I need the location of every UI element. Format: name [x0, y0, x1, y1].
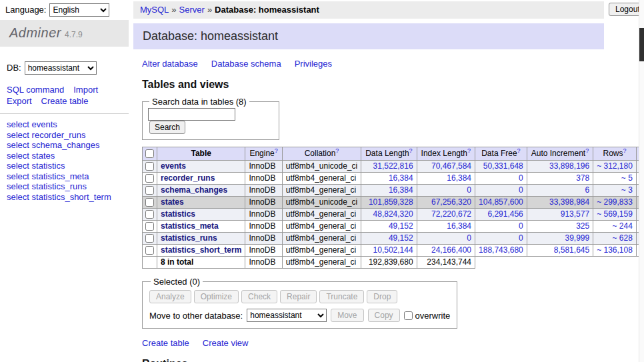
sidebar-export-link[interactable]: Export [7, 96, 32, 106]
rows-link[interactable]: ~ 5 [621, 173, 633, 183]
sidebar-import-link[interactable]: Import [73, 85, 98, 95]
data-free-link[interactable]: 104,857,600 [479, 197, 523, 207]
row-checkbox[interactable] [145, 210, 154, 219]
row-checkbox[interactable] [145, 174, 154, 183]
data-free-link[interactable]: 0 [519, 233, 523, 243]
auto-increment-link[interactable]: 6 [585, 185, 589, 195]
overwrite-checkbox[interactable] [404, 311, 413, 320]
auto-increment-link[interactable]: 39,999 [565, 233, 589, 243]
sidebar-select-statistics-meta-link[interactable]: select statistics_meta [7, 171, 129, 182]
data-free-link[interactable]: 50,331,648 [483, 161, 523, 171]
rows-link[interactable]: ~ 136,108 [597, 245, 633, 255]
index-length-link[interactable]: 16,384 [447, 221, 471, 231]
sidebar-select-events-link[interactable]: select events [7, 119, 129, 130]
create-view-link[interactable]: Create view [203, 338, 249, 348]
index-length-link[interactable]: 0 [467, 233, 471, 243]
sidebar-select-recorder-runs-link[interactable]: select recorder_runs [7, 130, 129, 141]
data-length-link[interactable]: 16,384 [389, 185, 413, 195]
analyze-button[interactable]: Analyze [149, 290, 191, 303]
auto-increment-link[interactable]: 8,581,645 [554, 245, 589, 255]
database-schema-link[interactable]: Database schema [211, 59, 281, 69]
sidebar-select-statistics-short-term-link[interactable]: select statistics_short_term [7, 192, 129, 203]
data-length-link[interactable]: 10,502,144 [373, 245, 413, 255]
index-length-link[interactable]: 24,166,400 [431, 245, 471, 255]
data-length-link[interactable]: 48,824,320 [373, 209, 413, 219]
data-length-link[interactable]: 16,384 [389, 173, 413, 183]
data-free-link[interactable]: 0 [519, 173, 523, 183]
doc-help-link[interactable]: ? [585, 147, 589, 154]
breadcrumb-mysql-link[interactable]: MySQL [140, 5, 169, 15]
select-all-checkbox[interactable] [145, 149, 154, 158]
doc-help-link[interactable]: ? [275, 147, 278, 154]
rows-link[interactable]: ~ 312,180 [597, 161, 633, 171]
sidebar-sql-command-link[interactable]: SQL command [7, 85, 64, 95]
move-db-select[interactable]: homeassistant [247, 309, 327, 322]
breadcrumb-server-link[interactable]: Server [179, 5, 205, 15]
table-link-schema_changes[interactable]: schema_changes [161, 185, 227, 195]
table-link-statistics_runs[interactable]: statistics_runs [161, 233, 217, 243]
index-length-link[interactable]: 16,384 [447, 173, 471, 183]
data-length-link[interactable]: 31,522,816 [373, 161, 413, 171]
rows-link[interactable]: ~ 3 [621, 185, 633, 195]
auto-increment-link[interactable]: 913,577 [561, 209, 589, 219]
drop-button[interactable]: Drop [367, 290, 397, 303]
optimize-button[interactable]: Optimize [194, 290, 239, 303]
table-link-statistics_meta[interactable]: statistics_meta [161, 221, 219, 231]
move-button[interactable]: Move [331, 309, 363, 322]
index-length-link[interactable]: 0 [467, 185, 471, 195]
row-checkbox[interactable] [145, 246, 154, 255]
data-length-link[interactable]: 101,859,328 [369, 197, 413, 207]
create-table-link[interactable]: Create table [142, 338, 189, 348]
row-checkbox[interactable] [145, 198, 154, 207]
alter-database-link[interactable]: Alter database [142, 59, 198, 69]
data-length-link[interactable]: 49,152 [389, 221, 413, 231]
auto-increment-link[interactable]: 378 [576, 173, 589, 183]
db-select[interactable]: homeassistant [25, 61, 97, 75]
data-free-link[interactable]: 6,291,456 [487, 209, 523, 219]
doc-help-link[interactable]: ? [409, 147, 413, 154]
sidebar-select-schema-changes-link[interactable]: select schema_changes [7, 140, 129, 151]
row-checkbox[interactable] [145, 222, 154, 231]
doc-help-link[interactable]: ? [623, 147, 627, 154]
index-length-link[interactable]: 70,467,584 [431, 161, 471, 171]
doc-help-link[interactable]: ? [467, 147, 471, 154]
sidebar-select-statistics-runs-link[interactable]: select statistics_runs [7, 181, 129, 192]
auto-increment-link[interactable]: 33,898,196 [549, 161, 589, 171]
data-free-link[interactable]: 0 [519, 185, 523, 195]
doc-help-link[interactable]: ? [335, 147, 339, 154]
search-button[interactable]: Search [149, 121, 185, 134]
doc-help-link[interactable]: ? [517, 147, 521, 154]
auto-increment-link[interactable]: 33,398,984 [549, 197, 589, 207]
row-checkbox[interactable] [145, 186, 154, 195]
sidebar-select-statistics-link[interactable]: select statistics [7, 161, 129, 171]
table-row-recorder_runs: recorder_runsInnoDButf8mb4_general_ci16,… [143, 173, 644, 185]
rows-link[interactable]: ~ 569,159 [597, 209, 633, 219]
copy-button[interactable]: Copy [368, 309, 400, 322]
rows-link[interactable]: ~ 244 [613, 221, 633, 231]
sidebar-select-states-link[interactable]: select states [7, 151, 129, 161]
data-free-link[interactable]: 188,743,680 [479, 245, 523, 255]
data-length-link[interactable]: 49,152 [389, 233, 413, 243]
index-length-link[interactable]: 67,256,320 [431, 197, 471, 207]
row-checkbox[interactable] [145, 162, 154, 171]
table-link-statistics[interactable]: statistics [161, 209, 195, 219]
check-button[interactable]: Check [241, 290, 277, 303]
rows-link[interactable]: ~ 299,833 [597, 197, 633, 207]
data-free-link[interactable]: 0 [519, 221, 523, 231]
scrollbar-thumb[interactable] [639, 28, 644, 61]
table-link-states[interactable]: states [161, 197, 184, 207]
table-link-recorder_runs[interactable]: recorder_runs [161, 173, 215, 183]
language-select[interactable]: English [49, 3, 109, 17]
table-link-events[interactable]: events [161, 161, 186, 171]
repair-button[interactable]: Repair [280, 290, 317, 303]
index-length-link[interactable]: 72,220,672 [431, 209, 471, 219]
auto-increment-link[interactable]: 325 [576, 221, 589, 231]
privileges-link[interactable]: Privileges [295, 59, 332, 69]
search-input[interactable] [148, 108, 235, 121]
table-link-statistics_short_term[interactable]: statistics_short_term [161, 245, 241, 255]
sidebar-create-table-link[interactable]: Create table [41, 96, 89, 106]
scrollbar[interactable] [639, 0, 644, 362]
truncate-button[interactable]: Truncate [319, 290, 364, 303]
row-checkbox[interactable] [145, 234, 154, 243]
rows-link[interactable]: ~ 628 [613, 233, 633, 243]
